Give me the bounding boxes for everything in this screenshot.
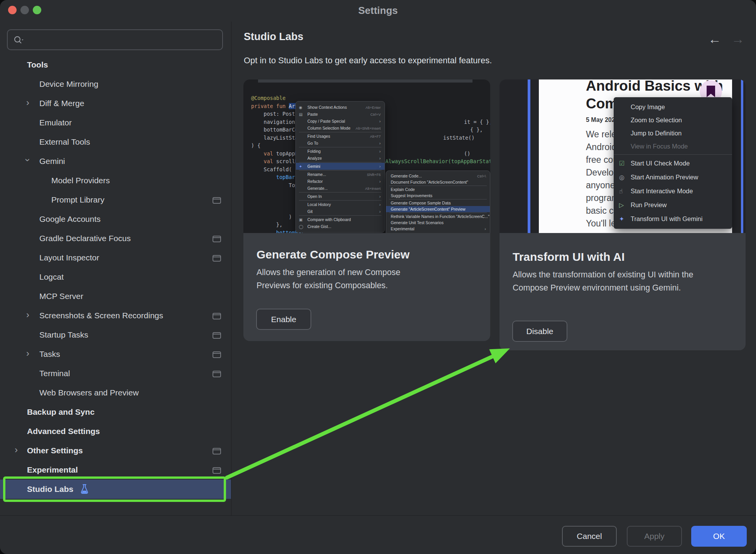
animation-icon: ◎ [619,174,631,181]
sidebar-item-label: External Tools [39,137,90,147]
chevron-right-icon[interactable]: › [26,97,29,108]
compare-icon: ▣ [299,218,305,222]
sidebar-item-web-browsers-and-preview[interactable]: Web Browsers and Preview [0,383,231,402]
sidebar-item-google-accounts[interactable]: Google Accounts [0,209,231,229]
sidebar-item-advanced-settings[interactable]: Advanced Settings [0,422,231,441]
sidebar-item-label: Model Providers [51,176,110,185]
chevron-right-icon[interactable]: › [15,444,18,455]
sidebar-item-label: Logcat [39,272,64,282]
menu-separator [299,192,381,193]
back-icon[interactable] [708,32,721,47]
sidebar-item-backup-and-sync[interactable]: Backup and Sync [0,402,231,422]
card-generate-compose-preview: @Composableprivate fun Artic post: Post,… [243,79,490,341]
menu-shortcut: Alt+F7 [366,134,381,138]
sidebar-item-logcat[interactable]: Logcat [0,267,231,287]
sidebar-item-label: MCP Server [39,292,83,301]
sidebar-item-diff-merge[interactable]: ›Diff & Merge [0,94,231,113]
menu-item-go-to: Go To› [296,140,385,147]
sidebar-item-gemini[interactable]: ›Gemini [0,152,231,171]
menu-item-document-function-articlescreencontent: Document Function "ArticleScreenContent" [386,179,490,185]
sidebar-item-model-providers[interactable]: Model Providers [0,171,231,190]
code-fragment: { }, [470,126,483,133]
sidebar-item-label: Web Browsers and Preview [39,388,139,397]
sidebar-item-tasks[interactable]: ›Tasks [0,345,231,364]
submenu-chevron-icon: › [379,194,381,199]
cancel-button[interactable]: Cancel [562,526,617,547]
settings-search-box[interactable] [7,29,223,50]
interactive-icon: ☝ [619,187,631,195]
chevron-right-icon[interactable]: › [26,309,29,320]
settings-sidebar: ToolsDevice Mirroring›Diff & MergeEmulat… [0,22,231,516]
sidebar-item-experimental[interactable]: Experimental [0,460,231,480]
search-input[interactable] [28,32,219,49]
forward-icon[interactable] [731,32,744,47]
clipboard-icon: ▤ [299,112,305,117]
menu-separator [299,132,381,132]
sidebar-tree: ToolsDevice Mirroring›Diff & MergeEmulat… [0,55,231,499]
page-title: Studio Labs [244,31,304,43]
enable-button[interactable]: Enable [256,309,311,330]
sidebar-item-tools[interactable]: Tools [0,55,231,74]
sidebar-item-label: Tasks [39,350,60,359]
menu-item-label: Git [307,209,312,214]
sidebar-item-screenshots-screen-recordings[interactable]: ›Screenshots & Screen Recordings [0,306,231,325]
history-nav [708,32,744,47]
chevron-down-icon[interactable]: › [22,159,33,162]
panel-icon [213,236,221,242]
menu-separator [299,170,381,171]
menu-item-prompt-library: Prompt Library› [386,232,490,233]
menu-item-label: Column Selection Mode [307,126,350,130]
sidebar-item-other-settings[interactable]: ›Other Settings [0,441,231,460]
sidebar-item-terminal[interactable]: Terminal [0,364,231,383]
submenu-chevron-icon: › [379,119,381,123]
submenu-chevron-icon: › [484,233,486,233]
editor-screenshot: @Composableprivate fun Artic post: Post,… [243,79,490,233]
menu-item-copy-paste-special: Copy / Paste Special› [296,118,385,125]
ok-button[interactable]: OK [691,526,747,547]
menu-shortcut: Shift+F6 [363,172,381,177]
card-description: Allows the transformation of existing UI… [513,268,707,294]
sidebar-item-prompt-library[interactable]: Prompt Library [0,190,231,209]
sidebar-item-label: Gemini [39,157,65,166]
sidebar-item-emulator[interactable]: Emulator [0,113,231,132]
menu-item-label: Run Preview [631,201,667,209]
settings-main-panel: Studio Labs Opt in to Studio Labs to get… [232,22,756,516]
menu-item-generate-unit-test-scenarios: Generate Unit Test Scenarios [386,220,490,226]
sidebar-item-label: Gradle Declarative Focus [39,234,131,243]
panel-icon [213,332,221,339]
sidebar-item-label: Tools [27,60,48,69]
panel-icon [213,371,221,377]
sidebar-item-label: Other Settings [27,446,83,455]
menu-item-create-gist: ◯Create Gist... [296,223,385,230]
sidebar-item-gradle-declarative-focus[interactable]: Gradle Declarative Focus [0,229,231,248]
menu-item-start-interactive-mode: ☝Start Interactive Mode [614,184,732,198]
sidebar-item-layout-inspector[interactable]: Layout Inspector [0,248,231,267]
disable-button[interactable]: Disable [512,321,567,342]
sidebar-item-studio-labs[interactable]: Studio Labs [0,480,231,499]
menu-item-label: Generate... [307,186,328,191]
menu-item-label: Create Gist... [307,224,331,229]
menu-item-gemini: ✦Gemini› [296,163,385,170]
chevron-right-icon[interactable]: › [26,348,29,359]
search-icon [13,35,24,46]
gist-icon: ◯ [299,225,305,229]
sidebar-item-startup-tasks[interactable]: Startup Tasks [0,325,231,345]
card-title: Transform UI with AI [513,250,625,263]
sidebar-item-external-tools[interactable]: External Tools [0,132,231,152]
menu-item-label: Find Usages [307,134,330,138]
menu-item-generate: Generate...Alt+Insert [296,185,385,192]
menu-item-label: Go To [307,141,318,145]
menu-item-generate-articlescreencontent-preview: Generate "ArticleScreenContent" Preview [386,206,490,212]
menu-item-label: Explain Code [391,187,415,192]
sidebar-item-device-mirroring[interactable]: Device Mirroring [0,74,231,94]
sidebar-item-mcp-server[interactable]: MCP Server [0,287,231,306]
menu-item-refactor: Refactor› [296,178,385,185]
menu-item-label: Generate Unit Test Scenarios [391,220,444,225]
menu-separator [299,215,381,216]
menu-item-folding: Folding› [296,148,385,155]
apply-button[interactable]: Apply [627,526,682,547]
preview-border-left [528,79,530,233]
submenu-chevron-icon: › [379,164,381,169]
menu-item-label: Compare with Clipboard [307,217,351,222]
menu-item-transform-ui-with-gemini: ✦Transform UI with Gemini [614,212,732,226]
